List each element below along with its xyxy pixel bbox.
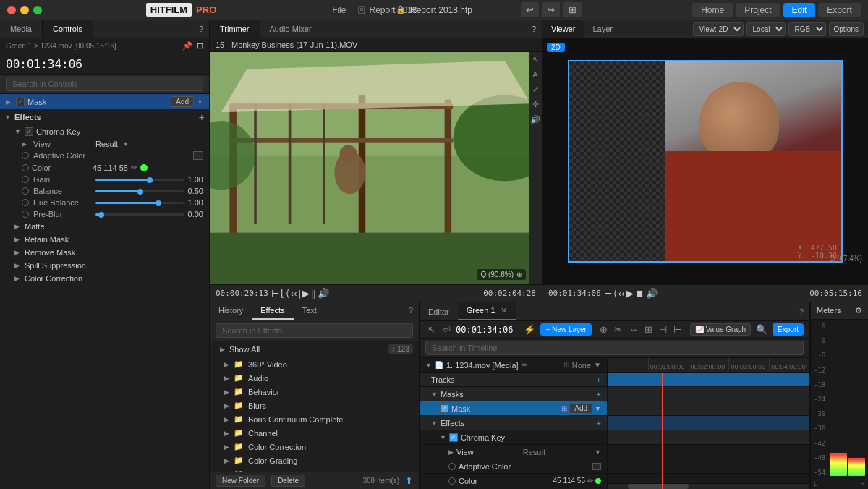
cat-blurs[interactable]: ▶ 📁 Blurs (210, 399, 419, 412)
export-button[interactable]: Export (773, 323, 804, 336)
viewer-stop[interactable]: ⏹ (635, 288, 644, 299)
zoom-icon[interactable]: ⊕ (516, 271, 522, 278)
tool-transform[interactable]: ✛ (532, 100, 539, 109)
edit-icon[interactable]: ✂ (612, 324, 624, 335)
local-select[interactable]: Local (746, 22, 786, 36)
tab-effects[interactable]: Effects (252, 302, 293, 320)
cat-color-grading[interactable]: ▶ 📁 Color Grading (210, 454, 419, 467)
tab-editor[interactable]: Editor (420, 304, 458, 320)
add-icon[interactable]: ⊕ (597, 324, 610, 335)
tracks-add-icon[interactable]: + (597, 375, 601, 384)
search-controls-input[interactable] (6, 77, 203, 91)
delete-button[interactable]: Delete (271, 475, 305, 487)
tab-history[interactable]: History (210, 302, 252, 320)
viewer-step-fwd[interactable]: ‹‹ (618, 288, 625, 299)
effects-row-expand[interactable]: ▼ (431, 420, 438, 427)
trimmer-help-icon[interactable]: ? (526, 22, 542, 36)
track-dropdown[interactable]: ▼ (594, 361, 601, 369)
mask-checkbox[interactable]: ✓ (16, 98, 25, 106)
search-icon[interactable]: 🔍 (754, 323, 770, 336)
color-radio[interactable] (22, 164, 29, 171)
playback-step-frame-back[interactable]: ‹‹ (291, 288, 297, 299)
show-all-button[interactable]: ▶ Show All ↕ 123 (210, 341, 419, 357)
timeline-scrollbar[interactable] (608, 483, 809, 489)
search-timeline-input[interactable] (425, 341, 804, 355)
speed-tool[interactable]: ⚡ (522, 324, 537, 335)
panel-help-icon[interactable]: ? (193, 20, 209, 38)
new-folder-button[interactable]: New Folder (216, 475, 265, 487)
playback-step-back[interactable]: ⟨ (286, 288, 289, 299)
main-clip[interactable] (608, 373, 809, 386)
playback-in-point[interactable]: ⌊ (281, 288, 284, 299)
edit-tool[interactable]: ⏎ (441, 324, 453, 335)
tool-select[interactable]: ↖ (532, 55, 539, 64)
effects-help-icon[interactable]: ? (403, 302, 419, 320)
view-mode-select[interactable]: View: 2D (693, 22, 744, 36)
mask-item-add-btn[interactable]: Add (569, 403, 592, 414)
viewer-frame-icon[interactable]: ⊢ (604, 288, 612, 299)
minimize-button[interactable] (20, 6, 29, 14)
tool-fullscreen[interactable]: ⤢ (532, 85, 539, 94)
viewer-audio[interactable]: 🔊 (646, 288, 658, 299)
color-picker-icon[interactable]: ✏ (131, 163, 137, 172)
tab-controls[interactable]: Controls (43, 20, 93, 38)
ripple-icon[interactable]: ⊢ (671, 324, 684, 335)
view-dropdown-icon[interactable]: ▼ (122, 140, 129, 148)
redo-button[interactable]: ↪ (542, 2, 560, 17)
home-button[interactable]: Home (692, 3, 733, 17)
export-button[interactable]: Export (818, 3, 861, 17)
cat-behavior[interactable]: ▶ 📁 Behavior (210, 385, 419, 399)
balance-slider[interactable] (95, 190, 184, 192)
cat-boris[interactable]: ▶ 📁 Boris Continuum Complete (210, 412, 419, 426)
cat-channel[interactable]: ▶ 📁 Channel (210, 426, 419, 440)
playback-audio[interactable]: 🔊 (318, 288, 329, 299)
mask-add-button[interactable]: Add (171, 96, 194, 107)
tab-close-icon[interactable]: ✕ (501, 306, 507, 315)
expand-icon[interactable]: ⊡ (197, 41, 203, 51)
retain-mask-item[interactable]: ▶ Retain Mask (0, 233, 209, 246)
upload-icon[interactable]: ⬆ (405, 475, 413, 486)
balance-radio[interactable] (22, 187, 29, 195)
options-button[interactable]: Options (829, 22, 864, 36)
project-button[interactable]: Project (736, 3, 780, 17)
meters-settings-icon[interactable]: ⚙ (855, 306, 862, 315)
color-correction-item[interactable]: ▶ Color Correction (0, 272, 209, 285)
playback-play[interactable]: ▶ (302, 288, 310, 299)
editor-help-icon[interactable]: ? (793, 305, 809, 319)
hue-balance-slider[interactable] (95, 202, 184, 204)
close-button[interactable] (7, 6, 16, 14)
mask-item-checkbox[interactable]: ✓ (440, 404, 448, 413)
playback-frame-back[interactable]: ⊢ (271, 288, 279, 299)
tool-audio[interactable]: 🔊 (530, 115, 540, 124)
remove-mask-item[interactable]: ▶ Remove Mask (0, 246, 209, 259)
mask-item-dropdown[interactable]: ▼ (595, 405, 601, 412)
color-param-picker[interactable]: ✏ (587, 477, 593, 485)
cursor-tool[interactable]: ↖ (425, 324, 438, 335)
track-expand-arrow[interactable]: ▼ (425, 362, 432, 369)
new-layer-button[interactable]: + New Layer (540, 323, 591, 336)
chroma-key-item[interactable]: ▼ ✓ Chroma Key (0, 125, 209, 138)
cat-audio[interactable]: ▶ 📁 Audio (210, 371, 419, 385)
gain-radio[interactable] (22, 176, 29, 183)
tab-trimmer[interactable]: Trimmer (210, 20, 260, 38)
playback-step-fwd[interactable]: || (311, 288, 316, 299)
grid-button[interactable]: ⊞ (563, 2, 582, 17)
matte-item[interactable]: ▶ Matte (0, 220, 209, 233)
viewer-play[interactable]: ▶ (626, 288, 634, 299)
mask-item[interactable]: ▶ ✓ Mask Add ▼ (0, 94, 209, 109)
undo-button[interactable]: ↩ (521, 2, 539, 17)
masks-add-icon[interactable]: + (597, 390, 601, 399)
pin-icon[interactable]: 📌 (182, 41, 192, 51)
menu-file[interactable]: File (332, 5, 346, 15)
spill-suppression-item[interactable]: ▶ Spill Suppression (0, 259, 209, 272)
edit-button[interactable]: Edit (783, 3, 816, 17)
effects-section-header[interactable]: ▼ Effects + (0, 109, 209, 125)
chroma-key-row[interactable]: ▼ ✓ Chroma Key (420, 430, 607, 445)
mask-dropdown-icon[interactable]: ▼ (197, 98, 203, 106)
viewer-step-back[interactable]: ⟨ (613, 288, 617, 299)
tab-layer[interactable]: Layer (584, 20, 621, 38)
cat-360-video[interactable]: ▶ 📁 360° Video (210, 357, 419, 371)
chroma-key-row-checkbox[interactable]: ✓ (449, 433, 458, 442)
tab-green1[interactable]: Green 1 ✕ (458, 302, 516, 320)
chroma-key-checkbox[interactable]: ✓ (25, 127, 33, 136)
